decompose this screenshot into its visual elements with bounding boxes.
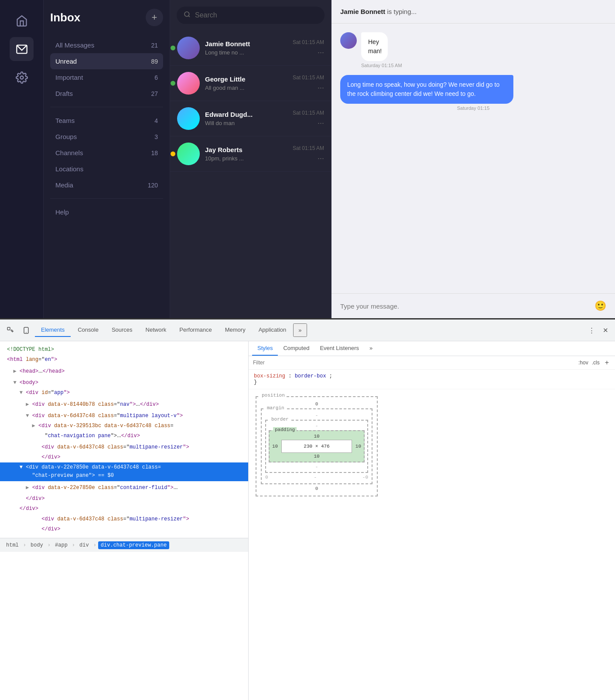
box-padding-top: 10 xyxy=(272,434,361,439)
chat-info-jamie: Jamie Bonnett Long time no ... xyxy=(205,40,287,56)
breadcrumb-html[interactable]: html xyxy=(3,541,21,549)
sidebar-divider-2 xyxy=(50,198,163,199)
html-line-head[interactable]: ▶ <head>…</head> xyxy=(0,365,248,378)
styles-tabs: Styles Computed Event Listeners » xyxy=(249,341,615,356)
box-content-size: 230 × 476 xyxy=(281,440,352,453)
html-line-chat-nav[interactable]: ▶ <div data-v-329513bc data-v-6d437c48 c… xyxy=(0,421,248,442)
chat-item-jamie[interactable]: Jamie Bonnett Long time no ... Sat 01:15… xyxy=(170,31,331,66)
sidebar-item-media[interactable]: Media 120 xyxy=(50,177,163,193)
search-input[interactable] xyxy=(195,11,318,19)
devtools-tab-performance[interactable]: Performance xyxy=(173,323,218,337)
styles-tab-styles[interactable]: Styles xyxy=(252,341,278,356)
styles-tab-more[interactable]: » xyxy=(364,341,378,356)
arrow-head[interactable]: ▶ xyxy=(13,368,16,374)
box-outer-right: -0 xyxy=(362,475,368,480)
devtools-tab-more[interactable]: » xyxy=(293,323,307,337)
styles-add-btn[interactable]: + xyxy=(603,359,611,367)
elements-panel: <!DOCTYPE html> <html lang="en"> ▶ <head… xyxy=(0,341,249,538)
html-line-nav[interactable]: ▶ <div data-v-81440b78 class="nav">…</di… xyxy=(0,398,248,411)
chat-meta-jay: Sat 01:15 AM ··· xyxy=(293,145,324,163)
arrow-chat-nav[interactable]: ▶ xyxy=(32,423,35,429)
sidebar-title: Inbox xyxy=(50,11,80,24)
box-padding-label: padding xyxy=(273,427,297,432)
chat-more-jay[interactable]: ··· xyxy=(318,154,324,163)
chat-more-george[interactable]: ··· xyxy=(318,83,324,92)
html-line-resizer1[interactable]: <div data-v-6d437c48 class="multipane-re… xyxy=(0,442,248,452)
settings-nav-icon[interactable] xyxy=(10,65,34,89)
sidebar-item-unread[interactable]: Unread 89 xyxy=(50,53,163,69)
devtools-tab-console[interactable]: Console xyxy=(72,323,105,337)
chat-more-jamie[interactable]: ··· xyxy=(318,48,324,57)
chat-preview-jay: 10pm, prinks ... xyxy=(205,155,287,162)
sidebar-item-teams[interactable]: Teams 4 xyxy=(50,112,163,129)
chat-messages: Hey man! Saturday 01:15 AM Long time no … xyxy=(331,24,615,293)
chat-header-title: Jamie Bonnett is typing... xyxy=(340,8,606,15)
emoji-button[interactable]: 🙂 xyxy=(594,300,606,312)
breadcrumb-app[interactable]: #app xyxy=(52,541,70,549)
chat-input[interactable] xyxy=(340,302,589,310)
sidebar-item-locations[interactable]: Locations xyxy=(50,161,163,177)
arrow-chat-preview[interactable]: ▼ xyxy=(20,464,23,470)
arrow-nav[interactable]: ▶ xyxy=(26,401,29,408)
styles-cls[interactable]: .cls xyxy=(592,360,600,366)
styles-hov[interactable]: :hov xyxy=(578,360,588,366)
svg-point-1 xyxy=(20,76,23,79)
styles-tab-event-listeners[interactable]: Event Listeners xyxy=(314,341,364,356)
devtools-inspector-btn[interactable] xyxy=(3,323,17,337)
message-row-received: Hey man! Saturday 01:15 AM xyxy=(340,32,606,70)
html-line-chat-preview[interactable]: ▼ <div data-v-22e7850e data-v-6d437c48 c… xyxy=(0,462,248,481)
arrow-body[interactable]: ▼ xyxy=(13,380,16,386)
html-line-resizer2[interactable]: <div data-v-6d437c48 class="multipane-re… xyxy=(0,514,248,524)
html-line-container[interactable]: ▶ <div data-v-22e7850e class="container-… xyxy=(0,481,248,494)
sidebar-item-groups[interactable]: Groups 3 xyxy=(50,129,163,145)
devtools-close-btn[interactable]: ✕ xyxy=(599,324,612,336)
breadcrumb-chat-preview[interactable]: div.chat-preview.pane xyxy=(98,541,169,549)
arrow-multipane[interactable]: ▼ xyxy=(26,413,29,419)
chat-list: Jamie Bonnett Long time no ... Sat 01:15… xyxy=(170,0,331,318)
box-border-label: border xyxy=(270,417,290,422)
devtools-tab-elements[interactable]: Elements xyxy=(35,323,71,337)
styles-rule-box-sizing: box-sizing : border-box ; } xyxy=(249,370,615,389)
html-line-html[interactable]: <html lang="en"> xyxy=(0,355,248,365)
devtools-tab-sources[interactable]: Sources xyxy=(106,323,139,337)
sidebar-item-important[interactable]: Important 6 xyxy=(50,69,163,85)
devtools-more-btn[interactable]: ⋮ xyxy=(585,324,598,336)
devtools-device-btn[interactable] xyxy=(19,323,33,337)
chat-time-jamie: Sat 01:15 AM xyxy=(293,39,324,45)
message-time-1: Saturday 01:15 AM xyxy=(361,63,402,68)
arrow-app[interactable]: ▼ xyxy=(20,390,23,396)
html-line-div-close: </div> xyxy=(0,504,248,514)
devtools-tab-application[interactable]: Application xyxy=(253,323,293,337)
box-position-label: position xyxy=(260,393,287,398)
chat-meta-edward: Sat 01:15 AM ··· xyxy=(293,110,324,128)
avatar-wrap-george xyxy=(177,72,200,95)
styles-filter-row: :hov .cls + xyxy=(249,356,615,370)
home-nav-icon[interactable] xyxy=(10,9,34,33)
sidebar-item-channels[interactable]: Channels 18 xyxy=(50,145,163,161)
arrow-container[interactable]: ▶ xyxy=(26,485,29,491)
breadcrumb-body[interactable]: body xyxy=(28,541,46,549)
html-line-resizer1-close: </div> xyxy=(0,452,248,462)
chat-item-george[interactable]: George Little All good man ... Sat 01:15… xyxy=(170,66,331,101)
styles-tab-computed[interactable]: Computed xyxy=(278,341,314,356)
sidebar-item-help[interactable]: Help xyxy=(50,204,163,220)
chat-more-edward[interactable]: ··· xyxy=(318,119,324,128)
chat-item-jay[interactable]: Jay Roberts 10pm, prinks ... Sat 01:15 A… xyxy=(170,136,331,172)
sidebar-item-drafts[interactable]: Drafts 27 xyxy=(50,85,163,102)
chat-item-edward[interactable]: Edward Dugd... Will do man Sat 01:15 AM … xyxy=(170,101,331,136)
chat-header-username: Jamie Bonnett xyxy=(340,8,385,15)
mail-nav-icon[interactable] xyxy=(10,37,34,61)
message-row-sent: Long time no speak, how you doing? We ne… xyxy=(340,75,606,112)
html-line-multipane[interactable]: ▼ <div data-v-6d437c48 class="multipane … xyxy=(0,411,248,421)
devtools-tab-network[interactable]: Network xyxy=(140,323,173,337)
devtools-tab-memory[interactable]: Memory xyxy=(219,323,252,337)
styles-filter-input[interactable] xyxy=(253,360,575,366)
message-time-2: Saturday 01:15 xyxy=(340,105,606,111)
html-line-div-app[interactable]: ▼ <div id="app"> xyxy=(0,388,248,398)
add-button[interactable]: + xyxy=(146,9,163,26)
breadcrumb-div[interactable]: div xyxy=(77,541,92,549)
html-line-body[interactable]: ▼ <body> xyxy=(0,378,248,388)
message-bubble-1: Hey man! xyxy=(361,32,388,61)
sidebar-item-all-messages[interactable]: All Messages 21 xyxy=(50,37,163,53)
html-line-resizer2-close: </div> xyxy=(0,524,248,534)
